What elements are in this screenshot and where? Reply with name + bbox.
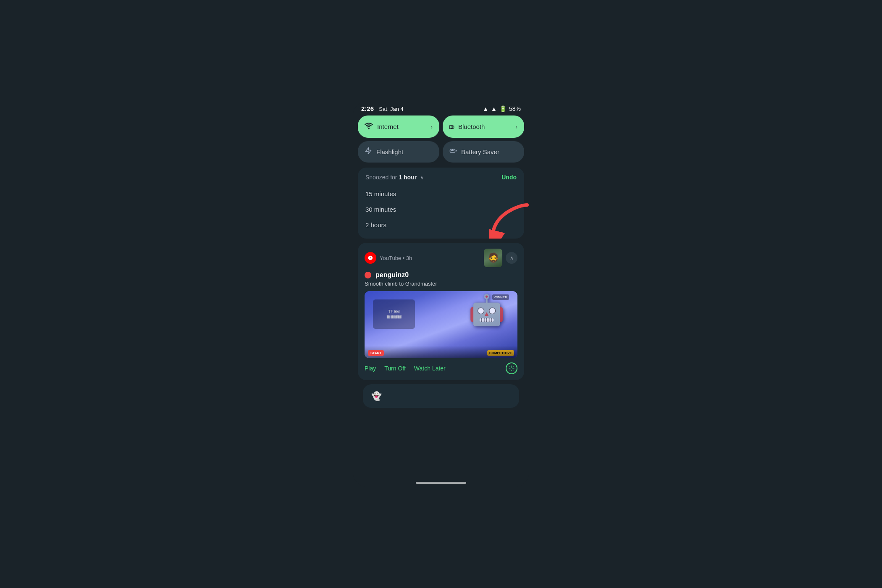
yt-video-title: Smooth climb to Grandmaster xyxy=(365,281,517,287)
yt-thumbnail: TEAM▦▦▦▦ WINNER 🤖 COMPETITIVE START xyxy=(365,291,517,358)
yt-actions: Play Turn Off Watch Later xyxy=(365,362,517,374)
bluetooth-chevron-icon: › xyxy=(515,123,517,130)
tile-row-2: Flashlight Battery Saver xyxy=(358,141,524,163)
yt-channel-row: penguinz0 xyxy=(365,271,517,279)
yt-watch-later-button[interactable]: Watch Later xyxy=(414,365,446,372)
home-indicator[interactable] xyxy=(416,482,466,484)
snapchat-icon: 👻 xyxy=(371,391,382,401)
signal-icon: ▲ xyxy=(491,105,497,112)
snooze-chevron-icon: ∧ xyxy=(420,175,424,181)
channel-dot-icon xyxy=(365,272,371,278)
internet-tile[interactable]: Internet › xyxy=(358,116,439,138)
yt-avatar: 🧔 xyxy=(484,249,502,267)
status-bar: 2:26 Sat, Jan 4 ▲ ▲ 🔋 58% xyxy=(353,101,529,116)
bluetooth-icon: ⎄ xyxy=(449,122,454,131)
battery-percent: 58% xyxy=(509,105,521,112)
yt-collapse-button[interactable]: ∧ xyxy=(506,252,517,264)
snapchat-bar[interactable]: 👻 xyxy=(363,384,519,408)
snooze-30min[interactable]: 30 minutes xyxy=(365,202,517,217)
flashlight-tile[interactable]: Flashlight xyxy=(358,141,439,163)
battery-saver-tile-label: Battery Saver xyxy=(461,148,517,155)
battery-saver-tile[interactable]: Battery Saver xyxy=(443,141,524,163)
battery-icon: 🔋 xyxy=(499,105,507,112)
yt-start-badge: START xyxy=(368,350,384,356)
snooze-duration: 1 hour xyxy=(399,174,417,181)
internet-tile-label: Internet xyxy=(377,123,426,130)
yt-channel-name: penguinz0 xyxy=(375,271,409,279)
bluetooth-tile-label: Bluetooth xyxy=(458,123,511,130)
bluetooth-tile[interactable]: ⎄ Bluetooth › xyxy=(443,116,524,138)
quick-tiles: Internet › ⎄ Bluetooth › Flashlight xyxy=(353,116,529,163)
wifi-status-icon: ▲ xyxy=(483,105,488,112)
flashlight-tile-label: Flashlight xyxy=(376,148,433,155)
yt-header-left: YouTube • 3h xyxy=(365,252,412,264)
internet-chevron-icon: › xyxy=(430,123,433,130)
status-time: 2:26 xyxy=(361,105,374,112)
flashlight-icon xyxy=(365,147,372,157)
youtube-card: YouTube • 3h 🧔 ∧ penguinz0 Smooth climb … xyxy=(358,243,524,380)
undo-button[interactable]: Undo xyxy=(501,174,517,181)
battery-saver-icon xyxy=(449,147,457,157)
snooze-card: Snoozed for 1 hour ∧ Undo 15 minutes 30 … xyxy=(358,168,524,239)
yt-play-button[interactable]: Play xyxy=(365,365,376,372)
tile-row-1: Internet › ⎄ Bluetooth › xyxy=(358,116,524,138)
yt-more-icon[interactable] xyxy=(506,362,517,374)
snooze-options: 15 minutes 30 minutes 2 hours xyxy=(365,186,517,233)
wifi-icon xyxy=(365,121,373,132)
yt-source-label: YouTube • 3h xyxy=(380,255,412,261)
snooze-2hours[interactable]: 2 hours xyxy=(365,217,517,233)
youtube-app-icon xyxy=(365,252,376,264)
snooze-title: Snoozed for 1 hour ∧ xyxy=(365,173,424,181)
notifications-area: Snoozed for 1 hour ∧ Undo 15 minutes 30 … xyxy=(353,163,529,478)
snooze-15min[interactable]: 15 minutes xyxy=(365,186,517,202)
yt-header: YouTube • 3h 🧔 ∧ xyxy=(365,249,517,267)
svg-marker-1 xyxy=(365,148,371,154)
svg-point-0 xyxy=(368,128,369,129)
snooze-header: Snoozed for 1 hour ∧ Undo xyxy=(365,173,517,181)
snooze-label: Snoozed for 1 hour ∧ xyxy=(365,174,424,181)
phone-screen: 2:26 Sat, Jan 4 ▲ ▲ 🔋 58% xyxy=(353,101,529,487)
svg-point-8 xyxy=(511,368,512,369)
status-date: Sat, Jan 4 xyxy=(379,106,404,112)
yt-turn-off-button[interactable]: Turn Off xyxy=(384,365,406,372)
